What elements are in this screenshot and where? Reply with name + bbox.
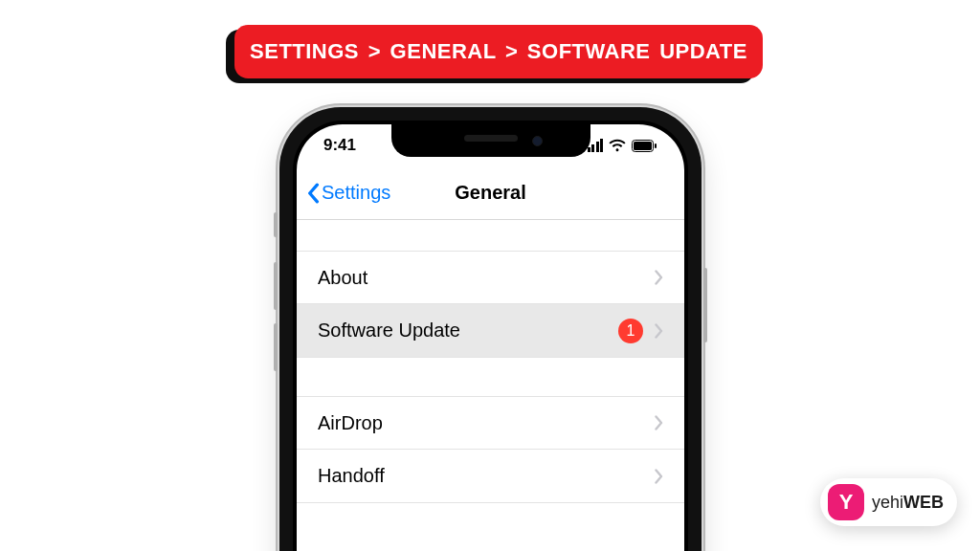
- wifi-icon: [609, 139, 626, 152]
- volume-up-button: [274, 262, 278, 310]
- battery-icon: [632, 140, 657, 152]
- list-item-label: Handoff: [318, 465, 385, 487]
- phone-bezel: 9:41 Settings General About: [293, 121, 688, 551]
- list-item-handoff[interactable]: Handoff: [297, 450, 684, 503]
- chevron-right-icon: [655, 323, 663, 339]
- list-item-label: About: [318, 267, 368, 289]
- list-item-label: Software Update: [318, 320, 460, 342]
- phone-notch: [391, 124, 590, 157]
- back-button[interactable]: Settings: [306, 182, 390, 204]
- status-time: 9:41: [323, 136, 356, 155]
- watermark-mark: Y: [828, 484, 864, 520]
- volume-down-button: [274, 323, 278, 371]
- breadcrumb-text: SETTINGS > GENERAL > SOFTWARE UPDATE: [250, 39, 747, 64]
- chevron-right-icon: [655, 270, 663, 285]
- notification-badge: 1: [618, 319, 643, 343]
- list-item-airdrop[interactable]: AirDrop: [297, 396, 684, 450]
- status-indicators: [588, 139, 658, 152]
- phone-screen: 9:41 Settings General About: [297, 124, 684, 551]
- navigation-bar: Settings General: [297, 166, 684, 220]
- front-camera: [532, 136, 543, 146]
- chevron-left-icon: [306, 183, 320, 204]
- watermark-logo: Y yehiWEB: [820, 478, 957, 526]
- speaker-grille: [464, 135, 518, 142]
- settings-list: About Software Update 1 AirDrop: [297, 251, 684, 503]
- page-title: General: [455, 182, 525, 204]
- list-item-about[interactable]: About: [297, 251, 684, 304]
- svg-rect-2: [655, 143, 657, 148]
- section-gap: [297, 358, 684, 396]
- watermark-text: yehiWEB: [872, 493, 944, 513]
- svg-rect-1: [634, 142, 652, 150]
- back-label: Settings: [322, 182, 390, 204]
- mute-switch: [274, 212, 278, 237]
- list-item-label: AirDrop: [318, 412, 383, 434]
- phone-frame: 9:41 Settings General About: [279, 107, 702, 551]
- power-button: [703, 268, 707, 342]
- list-item-software-update[interactable]: Software Update 1: [297, 304, 684, 358]
- chevron-right-icon: [655, 469, 663, 484]
- breadcrumb-banner: SETTINGS > GENERAL > SOFTWARE UPDATE: [234, 25, 763, 78]
- chevron-right-icon: [655, 415, 663, 430]
